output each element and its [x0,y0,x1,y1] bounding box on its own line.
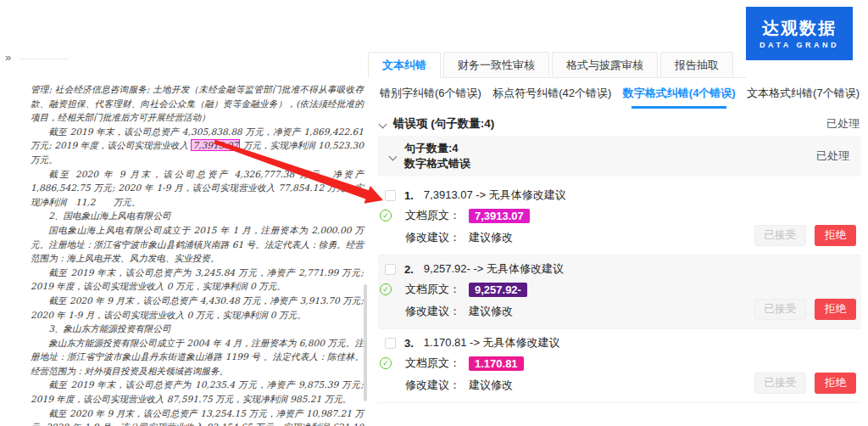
error-item: 2. 9,257.92- -> 无具体修改建议 文档原文： 9,257.92- … [378,255,861,329]
group-sentence-count: 句子数量:4 [404,141,470,156]
reject-button[interactable]: 拒绝 [815,373,856,394]
error-item-title: 9,257.92- -> 无具体修改建议 [424,261,564,277]
original-value-chip: 9,257.92- [469,283,527,297]
main-tab[interactable]: 文本纠错 [368,52,441,77]
document-paragraph: 国电象山海上风电有限公司成立于 2015 年 1 月，注册资本为 2,000.0… [31,223,364,266]
group-status: 已处理 [816,149,849,164]
suggestion-label: 修改建议： [405,304,460,319]
original-label: 文档原文： [405,208,460,223]
main-tab[interactable]: 报告抽取 [660,52,733,77]
reject-button[interactable]: 拒绝 [815,225,856,246]
group-error-type: 数字格式错误 [404,156,470,171]
doc-scrollbar-thumb[interactable] [364,284,367,401]
error-item-number: 2. [404,263,414,276]
document-page: 管理; 社会经济信息咨询服务; 土地开发（未经金融等监管部门批准不得从事吸收存款… [31,82,364,426]
error-group-card: 句子数量:4 数字格式错误 已处理 [378,136,861,177]
document-paragraph: 截至 2019 年末，该公司总资产为 10,235.4 万元，净资产 9,875… [31,378,364,406]
brand-logo: 达观数据 DATA GRAND [746,7,853,60]
doc-highlighted-number[interactable]: 7,3913.07 [191,139,240,151]
suggestion-value: 建议修改 [469,304,513,319]
error-list-header-label: 错误项 (句子数量:4) [393,116,494,132]
check-circle-icon [380,210,392,221]
original-value-chip: 1.170.81 [469,356,524,371]
chevron-down-icon[interactable] [389,152,398,160]
suggestion-label: 修改建议： [405,378,460,393]
error-item: 1. 7,3913.07 -> 无具体修改建议 文档原文： 7,3913.07 … [378,182,861,255]
brand-logo-subtitle: DATA GRAND [760,41,839,49]
error-item-checkbox[interactable] [385,338,396,349]
divider [19,59,68,59]
error-item-number: 1. [404,189,414,202]
suggestion-value: 建议修改 [469,378,513,393]
error-list-header: 错误项 (句子数量:4) 已处理 [380,115,860,132]
error-item-title: 1.170.81 -> 无具体修改建议 [424,335,560,350]
error-item: 3. 1.170.81 -> 无具体修改建议 文档原文： 1.170.81 修改… [378,329,861,403]
document-paragraph: 截至 2020 年 9 月末，该公司总资产 4,326,777.38 万元，净资… [31,167,364,210]
check-circle-icon [380,357,392,369]
document-paragraph: 象山东方能源投资有限公司成立于 2004 年 4 月，注册资本为 6,800 万… [31,336,364,378]
document-paragraph: 截至 2020 年 9 月末，该公司总资产 13,254.15 万元，净资产 1… [31,406,364,426]
reject-button[interactable]: 拒绝 [815,299,856,320]
sub-tab[interactable]: 错别字纠错(6个错误) [380,86,481,109]
document-paragraph: 2、国电象山海上风电有限公司 [31,209,364,223]
original-label: 文档原文： [405,356,460,371]
sub-tab[interactable]: 标点符号纠错(42个错误) [492,86,611,109]
sub-tab[interactable]: 文本格式纠错(7个错误) [747,86,860,109]
accepted-button[interactable]: 已接受 [754,225,807,246]
suggestion-label: 修改建议： [405,230,460,245]
sub-tab[interactable]: 数字格式纠错(4个错误) [623,86,736,109]
error-item-title: 7,3913.07 -> 无具体修改建议 [424,188,566,203]
original-value-chip: 7,3913.07 [469,209,530,223]
error-item-checkbox[interactable] [385,190,396,201]
accepted-button[interactable]: 已接受 [754,299,807,320]
original-label: 文档原文： [405,282,460,297]
collapse-sidebar-icon[interactable]: » [5,51,11,64]
chevron-down-icon[interactable] [379,120,387,128]
brand-logo-title: 达观数据 [762,18,837,38]
suggestion-value: 建议修改 [469,230,513,245]
document-paragraph: 管理; 社会经济信息咨询服务; 土地开发（未经金融等监管部门批准不得从事吸收存款… [31,82,364,125]
document-paragraph: 截至 2019 年末，该公司总资产 4,305,838.88 万元，净资产 1,… [31,125,364,167]
document-paragraph: 3、象山东方能源投资有限公司 [31,322,364,336]
error-list-header-status: 已处理 [826,116,860,132]
document-paragraph: 截至 2020 年 9 月末，该公司总资产 4,430.48 万元，净资产 3,… [31,294,364,322]
document-paragraph: 截至 2019 年末，该公司总资产为 3,245.84 万元，净资产 2,771… [31,266,364,294]
check-circle-icon [380,283,392,295]
main-tab[interactable]: 财务一致性审核 [443,52,549,77]
document-panel: » 管理; 社会经济信息咨询服务; 土地开发（未经金融等监管部门批准不得从事吸收… [0,0,367,426]
error-items-list: 1. 7,3913.07 -> 无具体修改建议 文档原文： 7,3913.07 … [378,182,861,403]
error-item-checkbox[interactable] [385,264,396,275]
sub-tabs: 错别字纠错(6个错误) 标点符号纠错(42个错误) 数字格式纠错(4个错误) 文… [380,86,860,109]
main-tabs: 文本纠错 财务一致性审核 格式与披露审核 报告抽取 [368,52,746,78]
review-panel: 文本纠错 财务一致性审核 格式与披露审核 报告抽取 错别字纠错(6个错误) 标点… [368,0,868,426]
main-tab[interactable]: 格式与披露审核 [552,52,658,77]
accepted-button[interactable]: 已接受 [754,373,807,394]
error-item-number: 3. [404,337,414,350]
